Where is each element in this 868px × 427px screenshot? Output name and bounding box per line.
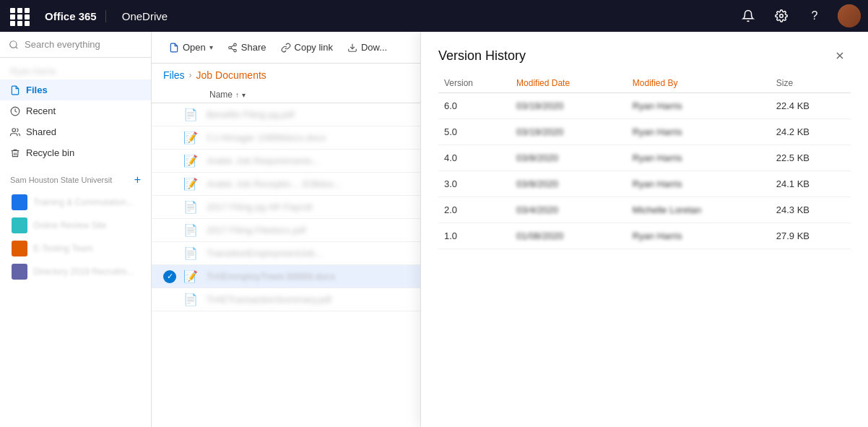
sidebar-group-4[interactable]: Directory 2019 Recruitm... bbox=[0, 260, 151, 283]
version-num: 3.0 bbox=[438, 171, 511, 197]
row-icon-8: 📝 bbox=[183, 269, 204, 283]
version-num: 2.0 bbox=[438, 197, 511, 223]
col-version: Version bbox=[438, 74, 511, 93]
download-button[interactable]: Dow... bbox=[342, 38, 393, 56]
group-3-dot bbox=[12, 241, 27, 256]
section-title-text: Sam Houston State Universit bbox=[10, 176, 112, 184]
version-row[interactable]: 2.003/4/2020Michelle Loretan24.3 KB bbox=[438, 197, 851, 223]
breadcrumb-current: Job Documents bbox=[196, 69, 266, 81]
breadcrumb-separator: › bbox=[189, 70, 192, 80]
recent-label: Recent bbox=[26, 105, 56, 116]
col-modified-by: Modified By bbox=[627, 74, 771, 93]
row-icon-5: 📄 bbox=[183, 200, 204, 214]
settings-icon[interactable] bbox=[771, 6, 791, 26]
group-1-dot bbox=[12, 194, 27, 210]
recycle-icon bbox=[10, 148, 20, 158]
version-by: Ryan Harris bbox=[627, 119, 771, 145]
version-history-panel: Version History Version Modified Date Mo… bbox=[420, 32, 868, 427]
version-size: 27.9 KB bbox=[771, 223, 851, 249]
copy-link-icon bbox=[281, 43, 291, 53]
waffle-icon[interactable] bbox=[7, 5, 29, 27]
notifications-icon[interactable] bbox=[738, 6, 758, 26]
main-layout: Search everything Ryan Harris Files Rece… bbox=[0, 32, 868, 427]
version-row[interactable]: 4.003/8/2020Ryan Harris22.5 KB bbox=[438, 145, 851, 171]
version-size: 22.4 KB bbox=[771, 93, 851, 119]
add-group-icon[interactable]: + bbox=[134, 173, 141, 186]
share-icon bbox=[227, 43, 238, 53]
sidebar-item-recycle[interactable]: Recycle bin bbox=[0, 142, 151, 163]
group-2-dot bbox=[12, 217, 27, 233]
copy-link-label: Copy link bbox=[295, 42, 333, 53]
pdf-icon: 📄 bbox=[183, 224, 198, 236]
version-size: 24.3 KB bbox=[771, 197, 851, 223]
sidebar: Search everything Ryan Harris Files Rece… bbox=[0, 32, 152, 427]
search-icon bbox=[9, 40, 19, 50]
row-icon-6: 📄 bbox=[183, 223, 204, 237]
files-label: Files bbox=[26, 85, 48, 95]
word-icon: 📝 bbox=[183, 155, 198, 167]
row-icon-4: 📝 bbox=[183, 177, 204, 191]
avatar[interactable] bbox=[838, 4, 861, 27]
version-row[interactable]: 3.003/8/2020Ryan Harris24.1 KB bbox=[438, 171, 851, 197]
help-icon[interactable]: ? bbox=[804, 6, 825, 26]
sidebar-group-3[interactable]: E-Testing Team bbox=[0, 237, 151, 260]
open-icon bbox=[169, 43, 179, 53]
sidebar-groups: Training & Commutation... Online Review … bbox=[0, 191, 151, 283]
version-date: 03/19/2020 bbox=[511, 93, 627, 119]
shared-label: Shared bbox=[26, 126, 56, 137]
recent-icon bbox=[10, 106, 20, 116]
svg-point-7 bbox=[234, 49, 237, 52]
sidebar-section-title: Sam Houston State Universit + bbox=[0, 169, 151, 191]
breadcrumb-files[interactable]: Files bbox=[163, 69, 185, 81]
svg-line-8 bbox=[231, 48, 234, 49]
version-by: Michelle Loretan bbox=[627, 197, 771, 223]
files-icon bbox=[10, 85, 20, 95]
version-size: 24.2 KB bbox=[771, 119, 851, 145]
svg-point-4 bbox=[12, 128, 16, 131]
version-date: 03/19/2020 bbox=[511, 119, 627, 145]
version-by: Ryan Harris bbox=[627, 171, 771, 197]
row-icon-7: 📄 bbox=[183, 246, 204, 260]
svg-point-6 bbox=[229, 46, 232, 49]
name-col-label: Name bbox=[209, 90, 233, 100]
row-icon-9: 📄 bbox=[183, 293, 204, 306]
share-button[interactable]: Share bbox=[222, 38, 272, 56]
version-by: Ryan Harris bbox=[627, 145, 771, 171]
open-chevron: ▾ bbox=[209, 43, 213, 51]
copy-link-button[interactable]: Copy link bbox=[275, 38, 339, 56]
row-icon-2: 📝 bbox=[183, 131, 204, 145]
sidebar-item-recent[interactable]: Recent bbox=[0, 100, 151, 121]
sidebar-item-files[interactable]: Files bbox=[0, 79, 151, 100]
version-date: 03/8/2020 bbox=[511, 171, 627, 197]
version-by: Ryan Harris bbox=[627, 223, 771, 249]
svg-point-0 bbox=[780, 14, 784, 18]
version-size: 24.1 KB bbox=[771, 171, 851, 197]
version-num: 4.0 bbox=[438, 145, 511, 171]
sidebar-group-1[interactable]: Training & Commutation... bbox=[0, 191, 151, 214]
search-bar[interactable]: Search everything bbox=[0, 32, 151, 58]
sidebar-username: Ryan Harris bbox=[0, 64, 151, 79]
sidebar-nav: Ryan Harris Files Recent Shared bbox=[0, 58, 151, 289]
product-name[interactable]: OneDrive bbox=[113, 10, 168, 22]
open-label: Open bbox=[183, 42, 206, 53]
group-4-label: Directory 2019 Recruitm... bbox=[33, 267, 134, 277]
topbar-icons: ? bbox=[738, 4, 861, 27]
close-button[interactable] bbox=[829, 45, 851, 66]
version-row[interactable]: 6.003/19/2020Ryan Harris22.4 KB bbox=[438, 93, 851, 119]
version-table-wrap: Version Modified Date Modified By Size 6… bbox=[421, 74, 868, 249]
svg-point-1 bbox=[10, 40, 17, 47]
recycle-label: Recycle bin bbox=[26, 147, 74, 158]
version-panel-title: Version History bbox=[438, 48, 526, 64]
search-placeholder: Search everything bbox=[25, 39, 100, 50]
row-icon-3: 📝 bbox=[183, 154, 204, 168]
version-row[interactable]: 1.001/08/2020Ryan Harris27.9 KB bbox=[438, 223, 851, 249]
word-icon: 📝 bbox=[183, 270, 198, 282]
shared-icon bbox=[10, 127, 20, 137]
version-row[interactable]: 5.003/19/2020Ryan Harris24.2 KB bbox=[438, 119, 851, 145]
sort-icon: ↑ bbox=[235, 91, 239, 99]
sidebar-group-2[interactable]: Online Review Site bbox=[0, 214, 151, 237]
open-button[interactable]: Open ▾ bbox=[163, 38, 219, 56]
sidebar-item-shared[interactable]: Shared bbox=[0, 121, 151, 142]
app-name[interactable]: Office 365 bbox=[36, 10, 106, 22]
word-icon: 📝 bbox=[183, 131, 198, 144]
